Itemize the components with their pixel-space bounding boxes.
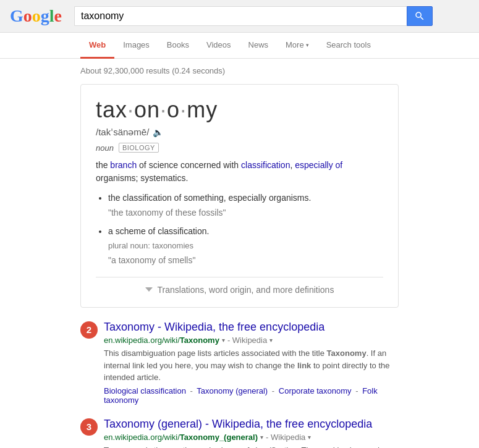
more-definitions-label: Translations, word origin, and more defi… bbox=[158, 285, 334, 295]
def-list: the classification of something, especia… bbox=[96, 191, 383, 268]
google-logo: G o o g l e bbox=[10, 6, 62, 26]
result-source-3: - Wikipedia bbox=[266, 433, 305, 442]
logo-letter-g: G bbox=[10, 6, 23, 26]
logo-letter-o2: o bbox=[32, 6, 41, 26]
word-type-row: noun BIOLOGY bbox=[96, 143, 383, 153]
def-item-1: the classification of something, especia… bbox=[108, 191, 383, 221]
tab-videos-label: Videos bbox=[206, 40, 231, 49]
search-button[interactable] bbox=[407, 6, 433, 26]
plural-note: plural noun: taxonomies bbox=[108, 241, 193, 250]
navigation-tabs: Web Images Books Videos News More ▾ Sear… bbox=[0, 33, 479, 59]
word-type: noun bbox=[96, 143, 114, 153]
tab-search-tools-label: Search tools bbox=[326, 40, 371, 49]
highlight-taxonomy-3: Taxonomy bbox=[104, 446, 143, 448]
tab-search-tools[interactable]: Search tools bbox=[318, 33, 379, 59]
result-url-arrow-2[interactable]: ▾ bbox=[222, 337, 225, 344]
result-title-3[interactable]: Taxonomy (general) - Wikipedia, the free… bbox=[104, 417, 399, 431]
result-url-arrow-3[interactable]: ▾ bbox=[260, 434, 263, 441]
def-example-1: "the taxonomy of these fossils" bbox=[108, 208, 226, 218]
result-url-row-2: en.wikipedia.org/wiki/Taxonomy ▾ - Wikip… bbox=[104, 336, 399, 345]
sep2: - bbox=[272, 386, 274, 395]
pronunciation-text: /takˈsänəmē/ bbox=[96, 127, 149, 138]
result-link-biological[interactable]: Biological classification bbox=[104, 386, 186, 395]
result-desc-3: Taxonomy is the practice and science of … bbox=[104, 444, 399, 448]
result-number-3: 3 bbox=[80, 418, 98, 436]
result-url-bold-3: Taxonomy_(general) bbox=[180, 433, 258, 442]
dot3: · bbox=[180, 97, 187, 122]
tab-books[interactable]: Books bbox=[158, 33, 198, 59]
highlight-classification: classification bbox=[241, 160, 290, 170]
result-body-2: Taxonomy - Wikipedia, the free encyclope… bbox=[104, 320, 399, 405]
chevron-down-icon: ▾ bbox=[306, 42, 309, 48]
tab-web-label: Web bbox=[89, 40, 106, 49]
tab-videos[interactable]: Videos bbox=[198, 33, 240, 59]
tab-more-label: More bbox=[286, 40, 304, 49]
logo-letter-o1: o bbox=[23, 6, 32, 26]
tab-news-label: News bbox=[248, 40, 269, 49]
tab-images[interactable]: Images bbox=[114, 33, 158, 59]
dot2: · bbox=[160, 97, 167, 122]
header: G o o g l e bbox=[0, 0, 479, 33]
search-result-3: 3 Taxonomy (general) - Wikipedia, the fr… bbox=[80, 417, 399, 448]
def-main: the branch of science concerned with cla… bbox=[96, 159, 383, 185]
result-source-2: - Wikipedia bbox=[227, 336, 267, 345]
sep1: - bbox=[190, 386, 193, 395]
result-url-bold-2: Taxonomy bbox=[180, 336, 219, 345]
highlight-branch: branch bbox=[110, 160, 137, 170]
result-highlight-link: link bbox=[297, 361, 311, 370]
result-link-general[interactable]: Taxonomy (general) bbox=[197, 386, 268, 395]
search-icon bbox=[414, 11, 425, 22]
result-url-2: en.wikipedia.org/wiki/Taxonomy bbox=[104, 336, 219, 345]
speaker-icon[interactable]: 🔈 bbox=[153, 127, 163, 137]
result-highlight-taxonomy: Taxonomy bbox=[327, 349, 367, 358]
dot: · bbox=[127, 97, 134, 122]
word-heading: tax·on·o·my bbox=[96, 97, 383, 123]
result-body-3: Taxonomy (general) - Wikipedia, the free… bbox=[104, 417, 399, 448]
highlight-especially: especially bbox=[295, 160, 333, 170]
definition-card: tax·on·o·my /takˈsänəmē/ 🔈 noun BIOLOGY … bbox=[80, 84, 399, 308]
logo-letter-g2: g bbox=[41, 6, 49, 26]
tab-images-label: Images bbox=[123, 40, 150, 49]
logo-letter-e: e bbox=[54, 6, 62, 26]
result-url-row-3: en.wikipedia.org/wiki/Taxonomy_(general)… bbox=[104, 433, 399, 442]
def-item-2: a scheme of classification. plural noun:… bbox=[108, 224, 383, 268]
more-definitions-button[interactable]: Translations, word origin, and more defi… bbox=[96, 277, 383, 295]
subject-badge: BIOLOGY bbox=[119, 143, 159, 153]
search-result-2: 2 Taxonomy - Wikipedia, the free encyclo… bbox=[80, 320, 399, 405]
result-link-corporate[interactable]: Corporate taxonomy bbox=[279, 386, 352, 395]
highlight-of: of bbox=[336, 160, 343, 170]
sep3: - bbox=[355, 386, 358, 395]
def-example-2: "a taxonomy of smells" bbox=[108, 255, 195, 265]
result-source-arrow-2[interactable]: ▾ bbox=[269, 337, 273, 344]
search-input[interactable] bbox=[74, 6, 407, 26]
tab-more[interactable]: More ▾ bbox=[277, 33, 318, 59]
result-title-2[interactable]: Taxonomy - Wikipedia, the free encyclope… bbox=[104, 320, 399, 334]
result-number-2: 2 bbox=[80, 321, 98, 339]
tab-news[interactable]: News bbox=[240, 33, 278, 59]
result-desc-2: This disambiguation page lists articles … bbox=[104, 347, 399, 384]
result-links-2: Biological classification - Taxonomy (ge… bbox=[104, 386, 399, 405]
results-count: About 92,300,000 results (0.24 seconds) bbox=[80, 66, 399, 75]
pronunciation: /takˈsänəmē/ 🔈 bbox=[96, 127, 383, 138]
result-source-arrow-3[interactable]: ▾ bbox=[308, 434, 311, 441]
result-url-3: en.wikipedia.org/wiki/Taxonomy_(general) bbox=[104, 433, 258, 442]
main-content: About 92,300,000 results (0.24 seconds) … bbox=[0, 59, 479, 448]
tab-books-label: Books bbox=[167, 40, 189, 49]
logo-letter-l: l bbox=[49, 6, 54, 26]
tab-web[interactable]: Web bbox=[80, 33, 114, 59]
chevron-down-icon bbox=[145, 287, 153, 292]
search-bar bbox=[74, 6, 433, 26]
